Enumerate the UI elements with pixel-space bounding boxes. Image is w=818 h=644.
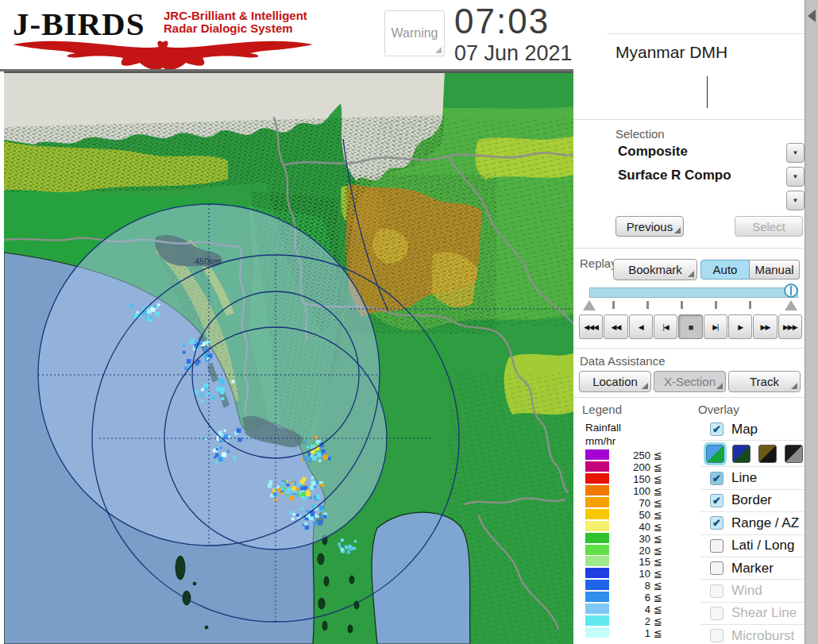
legend-color-swatch — [585, 509, 609, 519]
map-style-1[interactable] — [706, 445, 724, 463]
legend-color-swatch — [585, 592, 609, 602]
legend-value: 2 — [614, 615, 650, 627]
legend-value: 8 — [614, 580, 650, 592]
overlay-checkbox[interactable]: ✔ — [710, 516, 723, 530]
play-button[interactable]: ▶ — [728, 314, 752, 339]
legend-color-swatch — [585, 497, 609, 507]
overlay-checkbox[interactable] — [710, 539, 723, 553]
replay-range-start-marker[interactable] — [583, 300, 596, 310]
fast-rewind-button[interactable]: ◀◀ — [604, 314, 627, 339]
map-style-3[interactable] — [758, 445, 777, 463]
legend-comparator: ≦ — [654, 556, 662, 568]
overlay-checkbox[interactable]: ✔ — [710, 472, 723, 485]
legend-value: 10 — [614, 568, 650, 580]
jump-start-button[interactable]: ◀◀◀ — [579, 314, 603, 339]
eagle-icon — [10, 37, 319, 71]
legend-entry: 1≦ — [585, 627, 673, 639]
jump-end-button[interactable]: ▶▶▶ — [778, 314, 802, 339]
legend-entry: 150≦ — [585, 473, 673, 485]
separator — [608, 33, 804, 34]
legend-comparator: ≦ — [654, 615, 662, 627]
dropdown-value: Surface R Compo — [618, 168, 731, 183]
map-style-2[interactable] — [732, 445, 750, 463]
map-style-4[interactable] — [785, 445, 803, 463]
legend-entry: 8≦ — [585, 580, 673, 592]
legend-entry: 10≦ — [585, 568, 673, 580]
fast-forward-button[interactable]: ▶▶ — [753, 314, 777, 339]
legend-entry: 100≦ — [585, 485, 673, 497]
overlay-checkbox[interactable] — [710, 561, 723, 575]
selection-dropdown-1: Surface R Compo▼ — [615, 167, 804, 187]
legend-value: 40 — [614, 521, 650, 533]
step-forward-button[interactable]: ▶| — [704, 314, 727, 339]
legend-comparator: ≦ — [654, 545, 662, 557]
overlay-checkbox[interactable]: ✔ — [710, 422, 723, 436]
legend-comparator: ≦ — [654, 533, 662, 545]
legend-entry: 6≦ — [585, 592, 673, 604]
dropdown-value: Composite — [618, 144, 688, 160]
collapse-arrow-icon — [808, 10, 816, 22]
legend-title-line1: Rainfall — [585, 422, 621, 434]
replay-tick — [715, 301, 717, 309]
replay-range-end-marker[interactable] — [785, 300, 797, 310]
x-section-button[interactable]: X-Section — [654, 371, 726, 392]
legend-value: 4 — [614, 604, 650, 615]
overlay-checkbox — [710, 584, 723, 598]
data-assistance-label: Data Assistance — [580, 354, 666, 368]
previous-button[interactable]: Previous — [615, 216, 684, 237]
auto-button[interactable]: Auto — [700, 260, 750, 280]
overlay-checkbox — [710, 607, 723, 620]
legend-color-swatch — [585, 533, 609, 543]
overlay-list: ✔Map✔Line✔Border✔Range / AZLati / LongMa… — [700, 418, 804, 644]
map-style-swatches — [700, 441, 804, 467]
dropdown-arrow-button[interactable]: ▼ — [786, 143, 804, 163]
legend-entry: 20≦ — [585, 545, 673, 557]
status-box-divider — [707, 76, 708, 108]
control-panel: Myanmar DMH Selection Composite▼Surface … — [573, 0, 804, 644]
warning-button[interactable]: Warning — [384, 10, 445, 56]
play-reverse-button[interactable]: ◀ — [629, 314, 653, 339]
manual-button[interactable]: Manual — [750, 260, 800, 280]
overlay-item-label: Border — [731, 492, 772, 508]
legend-comparator: ≦ — [654, 521, 662, 533]
stop-button[interactable]: ■ — [678, 314, 702, 339]
legend-comparator: ≦ — [654, 461, 662, 473]
legend-entry: 15≦ — [585, 556, 673, 568]
sea-gulf-of-martaban — [372, 512, 470, 644]
dropdown-arrow-button[interactable]: ▼ — [786, 167, 804, 187]
legend-entry: 50≦ — [585, 509, 673, 521]
legend-comparator: ≦ — [654, 473, 662, 485]
legend-color-swatch — [585, 461, 609, 472]
legend-color-swatch — [585, 556, 609, 566]
legend-value: 1 — [614, 627, 650, 639]
legend-comparator: ≦ — [654, 449, 662, 461]
radar-map[interactable]: 450km — [4, 71, 573, 644]
playback-controls: ◀◀◀◀◀◀|◀■▶|▶▶▶▶▶▶ — [579, 314, 802, 339]
bookmark-button[interactable]: Bookmark — [613, 259, 697, 280]
panel-collapse-strip[interactable] — [804, 0, 818, 644]
legend-color-swatch — [585, 449, 609, 460]
legend-comparator: ≦ — [654, 497, 662, 509]
step-back-button[interactable]: |◀ — [654, 314, 677, 339]
overlay-checkbox — [710, 629, 723, 642]
legend-value: 50 — [614, 509, 650, 521]
selection-dropdown-2: ▼ — [615, 191, 804, 211]
dropdown-arrow-button[interactable]: ▼ — [786, 191, 804, 210]
location-button[interactable]: Location — [579, 371, 651, 392]
separator — [573, 119, 804, 120]
map-top-edge — [4, 71, 573, 73]
selection-label: Selection — [615, 127, 665, 141]
legend-value: 15 — [614, 556, 650, 568]
overlay-checkbox[interactable]: ✔ — [710, 494, 723, 507]
legend-value: 20 — [614, 545, 650, 557]
select-button[interactable]: Select — [735, 216, 803, 237]
legend-value: 150 — [614, 473, 650, 485]
overlay-row-marker: Marker — [700, 557, 804, 580]
legend-color-swatch — [585, 473, 609, 484]
legend-comparator: ≦ — [654, 509, 662, 521]
replay-slider-handle[interactable] — [784, 283, 798, 298]
replay-label: Replay — [580, 256, 617, 270]
track-button[interactable]: Track — [728, 371, 801, 392]
replay-slider-track[interactable] — [589, 287, 798, 298]
legend-entry: 4≦ — [585, 604, 673, 615]
